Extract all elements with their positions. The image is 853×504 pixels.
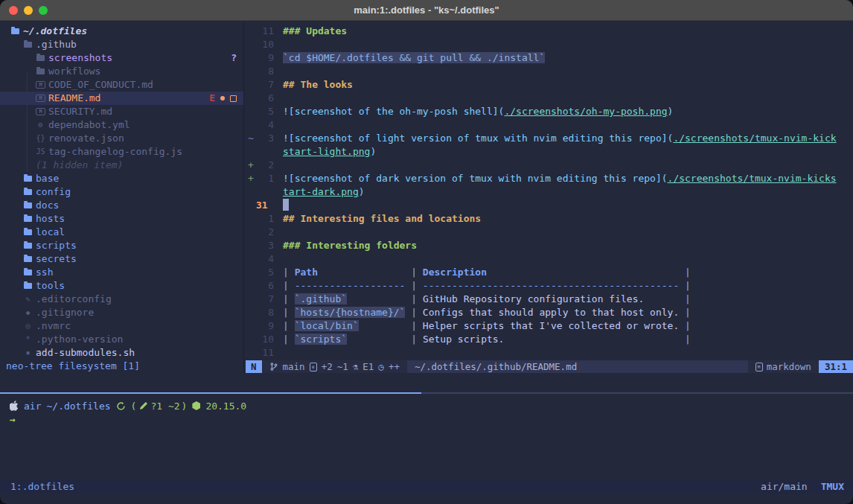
editor-line[interactable]: 7| `.github` | GitHub Repository configu…: [246, 293, 853, 306]
sidebar-item-renovate-json[interactable]: {}renovate.json: [0, 132, 243, 145]
syntax-cell: [359, 320, 406, 331]
neo-tree-status: neo-tree filesystem [1]: [0, 360, 243, 373]
sidebar-item-label: (1 hidden item): [36, 159, 123, 172]
sidebar-item-python-version[interactable]: *.python-version: [0, 333, 243, 346]
close-button[interactable]: [9, 6, 18, 15]
editor-line[interactable]: 6: [246, 92, 853, 105]
gutter-sign: [246, 118, 256, 132]
editor-line[interactable]: 9`cd $HOME/.dotfiles && git pull && ./in…: [246, 51, 853, 65]
sidebar-item-gitignore[interactable]: ◆.gitignore: [0, 306, 243, 319]
editor-line[interactable]: 6| ------------------- | ---------------…: [246, 279, 853, 293]
sidebar-item-editorconfig[interactable]: ✎.editorconfig: [0, 293, 243, 306]
syntax-url: ./screenshots/tmux-nvim-kicks: [668, 173, 837, 184]
sidebar-item-1-hidden-item[interactable]: (1 hidden item): [0, 159, 243, 172]
sidebar-item-docs[interactable]: docs: [0, 199, 243, 212]
pencil-icon: [139, 402, 147, 410]
line-content: ### Updates: [274, 25, 347, 38]
syntax-dash: -------------------: [295, 280, 406, 291]
editor-line[interactable]: 3### Interesting folders: [246, 239, 853, 252]
line-content: ![screenshot of light version of tmux wi…: [274, 132, 837, 145]
line-number: 5: [256, 105, 274, 118]
editor-line[interactable]: 8| `hosts/{hostname}/` | Configs that sh…: [246, 306, 853, 319]
apple-icon: [10, 401, 19, 411]
line-number: [256, 185, 274, 199]
editor-line[interactable]: ~3![screenshot of light version of tmux …: [246, 132, 853, 145]
syntax-pipe: |: [405, 320, 422, 331]
minimize-button[interactable]: [24, 6, 33, 15]
syntax-dash: ----------------------------------------…: [423, 280, 679, 291]
sidebar-item-label: CODE_OF_CONDUCT.md: [48, 78, 153, 92]
editor-line[interactable]: 2: [246, 226, 853, 239]
editor-wrap-line[interactable]: start-light.png): [246, 145, 853, 159]
sidebar-item-github[interactable]: .github: [0, 38, 243, 51]
gutter-sign: [246, 145, 256, 159]
editor-line[interactable]: 11### Updates: [246, 25, 853, 38]
syntax-pipe: |: [283, 334, 295, 345]
sidebar-item-security-md[interactable]: MSECURITY.md: [0, 105, 243, 118]
zoom-button[interactable]: [39, 6, 48, 15]
syntax-pipe: |: [679, 320, 691, 331]
sidebar-item-label: screenshots: [48, 51, 112, 65]
editor-buffer[interactable]: 11### Updates 10 9`cd $HOME/.dotfiles &&…: [246, 21, 853, 373]
sidebar-item-dotfiles[interactable]: ~/.dotfiles: [0, 25, 243, 38]
sidebar-item-label: config: [36, 185, 71, 199]
line-number: 3: [256, 132, 274, 145]
editor-line[interactable]: 7## The looks: [246, 78, 853, 92]
line-content: ### Interesting folders: [274, 239, 417, 252]
shell-prompt: air ~/.dotfiles ( ?1 ~2 ) 20.15.0: [0, 399, 853, 412]
prompt-arrow[interactable]: →: [10, 412, 16, 426]
sidebar-item-tools[interactable]: tools: [0, 279, 243, 293]
sidebar-item-tag-changelog-config-js[interactable]: JStag-changelog-config.js: [0, 145, 243, 159]
editor-line[interactable]: 10| `scripts` | Setup scripts. |: [246, 333, 853, 346]
syntax-cell: GitHub Repository configuration files.: [423, 293, 679, 304]
syntax-pipe: |: [679, 267, 691, 278]
editor-line[interactable]: 8: [246, 65, 853, 78]
tmux-window-tab[interactable]: 1:.dotfiles: [0, 481, 74, 492]
sidebar-item-label: local: [36, 226, 65, 239]
editor-wrap-line[interactable]: tart-dark.png): [246, 185, 853, 199]
editor-line[interactable]: 4: [246, 252, 853, 266]
syntax-cell: Configs that should apply to that host o…: [423, 307, 679, 318]
sidebar-item-dependabot-yml[interactable]: ⚙dependabot.yml: [0, 118, 243, 132]
sidebar-item-base[interactable]: base: [0, 172, 243, 185]
editor-line[interactable]: 1## Interesting files and locations: [246, 212, 853, 226]
sidebar-item-scripts[interactable]: scripts: [0, 239, 243, 252]
line-content: [274, 65, 283, 78]
sidebar-item-config[interactable]: config: [0, 185, 243, 199]
editor-line[interactable]: 5![screenshot of the oh-my-posh shell](.…: [246, 105, 853, 118]
gutter-sign: [246, 226, 256, 239]
sidebar-item-ssh[interactable]: ssh: [0, 266, 243, 279]
sidebar-item-readme-md[interactable]: MREADME.mdE: [0, 92, 243, 105]
sidebar-item-hosts[interactable]: hosts: [0, 212, 243, 226]
editor-line[interactable]: 4: [246, 118, 853, 132]
gutter-sign: [246, 319, 256, 333]
editor-line[interactable]: 10: [246, 38, 853, 51]
line-number: 1: [256, 212, 274, 226]
sidebar-item-code-of-conduct-md[interactable]: MCODE_OF_CONDUCT.md: [0, 78, 243, 92]
sidebar-item-secrets[interactable]: secrets: [0, 252, 243, 266]
prompt-cwd: ~/.dotfiles: [46, 401, 110, 412]
git-untracked-badge: ?: [231, 51, 237, 65]
syntax-h2: ## Interesting files and locations: [283, 213, 481, 224]
editor-line[interactable]: 11: [246, 346, 853, 360]
editor-line[interactable]: 9| `local/bin` | Helper scripts that I'v…: [246, 319, 853, 333]
gutter-sign: [246, 38, 256, 51]
editor-line[interactable]: 5| Path | Description |: [246, 266, 853, 279]
editor-line[interactable]: 31: [246, 199, 853, 212]
editor-line[interactable]: +1![screenshot of dark version of tmux w…: [246, 172, 853, 185]
syntax-pipe: |: [283, 320, 295, 331]
sidebar-item-screenshots[interactable]: screenshots?: [0, 51, 243, 65]
gutter-sign: [246, 306, 256, 319]
sidebar-item-workflows[interactable]: workflows: [0, 65, 243, 78]
statusline-extra: ++: [389, 361, 400, 372]
tmux-pane-divider[interactable]: [0, 392, 853, 394]
line-content: | `.github` | GitHub Repository configur…: [274, 293, 691, 306]
sidebar-item-local[interactable]: local: [0, 226, 243, 239]
sidebar-item-add-submodules-sh[interactable]: ▪add-submodules.sh: [0, 346, 243, 360]
folder-blue-icon: [23, 189, 33, 195]
filetype-label: markdown: [767, 361, 811, 372]
diagnostic-count: E1: [362, 361, 374, 372]
editor-line[interactable]: +2: [246, 159, 853, 172]
sidebar-item-label: .python-version: [36, 333, 123, 346]
sidebar-item-nvmrc[interactable]: ◎.nvmrc: [0, 319, 243, 333]
